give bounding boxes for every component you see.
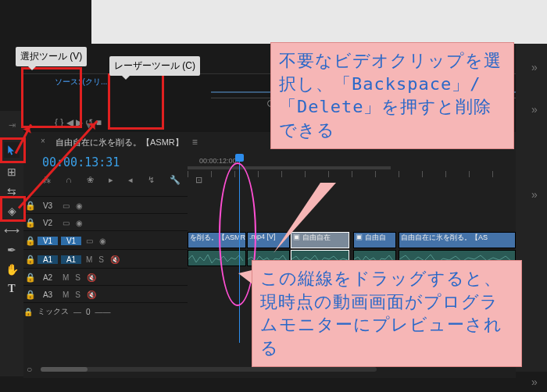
- track-v3[interactable]: 🔒V3▭◉: [23, 196, 188, 214]
- tooltip-razor: レーザーツール (C): [109, 56, 200, 76]
- expand-icon[interactable]: »: [531, 103, 538, 116]
- track-select-tool[interactable]: ⊞: [4, 164, 20, 180]
- video-clip[interactable]: 自由自在に氷を削る。【AS: [399, 232, 516, 248]
- track-a1[interactable]: 🔒A1A1MS🔇: [23, 249, 188, 269]
- svg-marker-0: [274, 183, 336, 253]
- track-v1[interactable]: 🔒V1V1▭◉: [23, 230, 188, 250]
- timeline-options[interactable]: ⁂ ∩ ❀ ▸ ◂ ↯ 🔧 ⊡: [42, 175, 209, 185]
- track-a3[interactable]: 🔒A3MS🔇: [23, 285, 188, 303]
- annotation-callout-delete: 不要なビデオクリップを選択し、「Backspace」/「Delete」を押すと削…: [270, 42, 514, 149]
- tab-prev-icon[interactable]: ×: [41, 137, 45, 145]
- tab-menu-icon[interactable]: ≡: [192, 137, 198, 148]
- tooltip-select: 選択ツール (V): [16, 47, 87, 66]
- type-tool[interactable]: T: [4, 281, 20, 297]
- zoom-out-icon[interactable]: ○: [27, 364, 32, 375]
- annotation-callout-playhead: この縦線をドラッグすると、現時点の動画画面がプログラムモニターにプレビューされる: [252, 260, 522, 367]
- mix-row[interactable]: 🔒ミックス—0——: [23, 302, 188, 320]
- expand-icon[interactable]: »: [531, 376, 538, 388]
- highlight-razor-tool: [108, 73, 164, 130]
- expand-icon[interactable]: ⇥: [4, 117, 20, 133]
- zoom-scrollbar[interactable]: [41, 367, 377, 372]
- highlight-toolbar-select: [0, 137, 26, 163]
- ruler-label: 00:00:12:00: [199, 157, 237, 165]
- expand-icon[interactable]: »: [531, 188, 538, 201]
- track-a2[interactable]: 🔒A2MS🔇: [23, 268, 188, 286]
- video-clip[interactable]: ▣ 自由自: [353, 232, 396, 248]
- callout-tail-icon: [274, 183, 336, 253]
- track-v2[interactable]: 🔒V2▭◉: [23, 213, 188, 231]
- pen-tool[interactable]: ✒: [4, 242, 20, 258]
- highlight-toolbar-razor: [0, 196, 26, 222]
- hand-tool[interactable]: ✋: [4, 262, 20, 277]
- slip-tool[interactable]: ⟷: [4, 223, 20, 238]
- expand-icon[interactable]: »: [531, 61, 538, 73]
- highlight-select-tool: [21, 67, 82, 128]
